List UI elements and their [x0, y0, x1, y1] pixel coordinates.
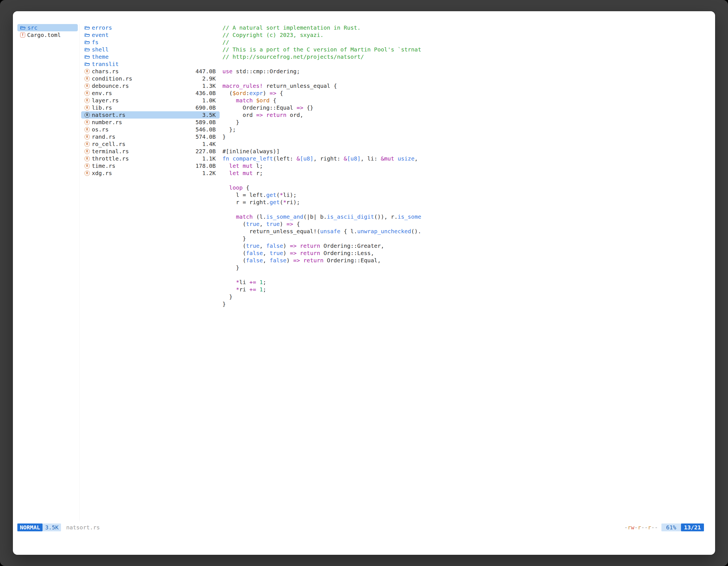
code-line: }	[222, 235, 427, 242]
code-line: }	[222, 300, 427, 307]
rust-file-icon: R	[84, 127, 90, 132]
file-row[interactable]: shell	[81, 46, 220, 53]
code-line	[222, 60, 427, 68]
code-line	[222, 75, 427, 82]
folder-open-icon	[84, 33, 90, 37]
file-size: 3.5K	[202, 112, 216, 118]
file-name: ro_cell.rs	[92, 141, 125, 147]
code-line	[222, 271, 427, 279]
file-row[interactable]: Rdebounce.rs1.3K	[81, 82, 220, 90]
file-row[interactable]: Rro_cell.rs1.4K	[81, 140, 220, 148]
file-size: 1.0K	[202, 97, 216, 104]
code-line: *ri += 1;	[222, 286, 427, 293]
status-file-name: natsort.rs	[66, 524, 100, 531]
code-line: *li += 1;	[222, 279, 427, 286]
file-name: src	[27, 24, 37, 31]
file-preview-pane: // A natural sort implementation in Rust…	[222, 24, 427, 307]
parent-dir-row[interactable]: TCargo.toml	[17, 31, 78, 39]
folder-open-icon	[84, 55, 90, 59]
status-right-group: -rw-r--r-- 61% 13/21	[624, 523, 704, 531]
rust-file-icon: R	[84, 112, 90, 118]
folder-open-icon	[84, 40, 90, 45]
folder-open-icon	[20, 25, 26, 30]
yazi-file-manager-window: srcTCargo.toml errorseventfsshellthemetr…	[13, 11, 715, 555]
file-row[interactable]: Rlayer.rs1.0K	[81, 97, 220, 104]
code-line: }	[222, 119, 427, 126]
code-line: // Copyright (c) 2023, sxyazi.	[222, 31, 427, 39]
file-row[interactable]: Rcondition.rs2.9K	[81, 75, 220, 82]
code-line: match (l.is_some_and(|b| b.is_ascii_digi…	[222, 213, 427, 220]
folder-open-icon	[84, 25, 90, 30]
code-line: match $ord {	[222, 97, 427, 104]
file-row[interactable]: Rthrottle.rs1.1K	[81, 155, 220, 162]
file-name: env.rs	[92, 90, 112, 97]
rust-file-icon: R	[84, 171, 90, 176]
rust-file-icon: R	[84, 134, 90, 140]
file-row[interactable]: fs	[81, 39, 220, 46]
code-line: // http://sourcefrog.net/projects/natsor…	[222, 53, 427, 60]
code-line: r = right.get(*ri);	[222, 199, 427, 206]
code-line: let mut l;	[222, 162, 427, 170]
file-row[interactable]: Rnumber.rs589.0B	[81, 119, 220, 126]
file-size: 436.0B	[196, 90, 216, 97]
parent-dir-row[interactable]: src	[17, 24, 78, 31]
file-size: 1.1K	[202, 155, 216, 162]
file-size: 546.0B	[196, 126, 216, 133]
file-name: theme	[92, 53, 109, 60]
file-size-badge: 3.5K	[43, 523, 61, 531]
file-name: number.rs	[92, 119, 122, 126]
file-size: 690.0B	[196, 104, 216, 111]
code-line: loop {	[222, 184, 427, 191]
code-line	[222, 140, 427, 148]
cursor-position-badge: 13/21	[681, 523, 704, 531]
rust-file-icon: R	[84, 156, 90, 161]
file-name: os.rs	[92, 126, 109, 133]
code-line: };	[222, 126, 427, 133]
file-size: 1.3K	[202, 83, 216, 89]
code-line: (false, false) => return Ordering::Equal…	[222, 257, 427, 264]
code-line: }	[222, 133, 427, 140]
code-line: l = left.get(*li);	[222, 191, 427, 199]
code-line: //	[222, 39, 427, 46]
code-line: let mut r;	[222, 170, 427, 177]
file-name: chars.rs	[92, 68, 119, 75]
file-row[interactable]: theme	[81, 53, 220, 60]
file-row[interactable]: event	[81, 31, 220, 39]
code-line: // A natural sort implementation in Rust…	[222, 24, 427, 31]
file-name: layer.rs	[92, 97, 119, 104]
file-row[interactable]: Rxdg.rs1.2K	[81, 170, 220, 177]
desktop-background: srcTCargo.toml errorseventfsshellthemetr…	[0, 0, 728, 566]
file-row[interactable]: Rchars.rs447.0B	[81, 68, 220, 75]
file-row[interactable]: Ros.rs546.0B	[81, 126, 220, 133]
current-pane: errorseventfsshellthemetranslitRchars.rs…	[81, 24, 220, 177]
rust-file-icon: R	[84, 91, 90, 96]
code-line: use std::cmp::Ordering;	[222, 68, 427, 75]
file-row[interactable]: Renv.rs436.0B	[81, 90, 220, 97]
file-row[interactable]: Rrand.rs574.0B	[81, 133, 220, 140]
code-line: Ordering::Equal => {}	[222, 104, 427, 111]
file-row[interactable]: Rtime.rs178.0B	[81, 162, 220, 170]
file-row[interactable]: Rnatsort.rs3.5K	[81, 111, 220, 119]
file-name: xdg.rs	[92, 170, 112, 177]
code-line	[222, 177, 427, 184]
rust-file-icon: R	[84, 142, 90, 147]
file-row[interactable]: errors	[81, 24, 220, 31]
file-size: 1.4K	[202, 141, 216, 147]
rust-file-icon: R	[84, 76, 90, 81]
code-line: (true, true) => {	[222, 220, 427, 228]
parent-pane: srcTCargo.toml	[17, 24, 78, 39]
file-size: 178.0B	[196, 163, 216, 169]
file-row[interactable]: Rlib.rs690.0B	[81, 104, 220, 111]
code-line	[222, 206, 427, 213]
file-row[interactable]: Rterminal.rs227.0B	[81, 148, 220, 155]
file-name: rand.rs	[92, 133, 115, 140]
code-line: // This is a port of the C version of Ma…	[222, 46, 427, 53]
file-size: 1.2K	[202, 170, 216, 177]
mode-badge: NORMAL	[17, 523, 43, 531]
code-line: fn compare_left(left: &[u8], right: &[u8…	[222, 155, 427, 162]
file-row[interactable]: translit	[81, 60, 220, 68]
file-size: 589.0B	[196, 119, 216, 126]
file-size: 227.0B	[196, 148, 216, 155]
file-name: event	[92, 32, 109, 38]
file-name: natsort.rs	[92, 112, 125, 118]
